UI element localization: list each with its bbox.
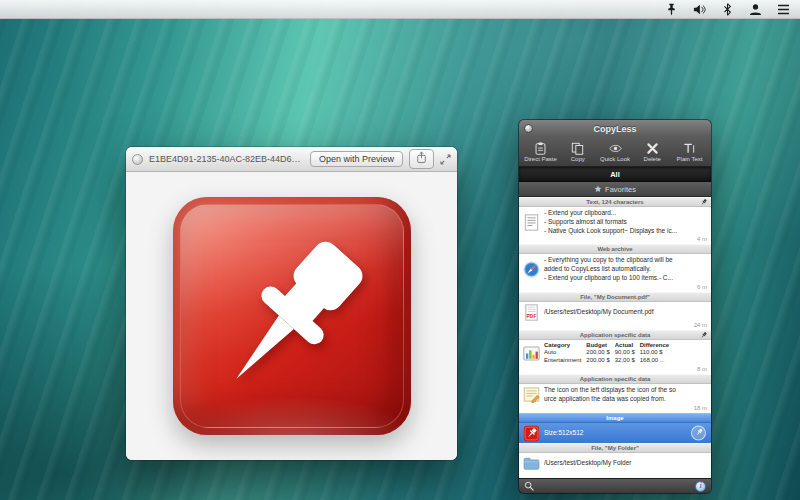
toolbar-button-label: Plain Text — [677, 156, 703, 162]
clipboard-list: Text, 124 characters- Extend your clipbo… — [519, 197, 711, 478]
copy-icon — [571, 142, 584, 155]
desktop: E1BE4D91-2135-40AC-82EB-44D65B... Open w… — [0, 0, 800, 500]
share-icon — [416, 151, 427, 167]
item-text: - Extend your clipboard...- Supports alm… — [544, 209, 707, 235]
false: All — [610, 170, 620, 179]
item-header: File, "My Folder" — [519, 443, 711, 453]
pin-action-button[interactable] — [691, 425, 706, 440]
direct-paste-icon — [534, 142, 547, 155]
fullscreen-icon[interactable] — [440, 154, 451, 165]
status-bar: i — [519, 478, 711, 493]
false: Favorites — [605, 185, 636, 194]
item-text: The icon on the left displays the icon o… — [544, 386, 707, 404]
item-header: Text, 124 characters — [519, 197, 711, 207]
note-icon — [523, 386, 540, 403]
item-text: CategoryBudgetActualDifferenceAuto200,00… — [544, 342, 707, 365]
item-body: /Users/test/Desktop/My Folder — [519, 453, 711, 473]
quick-look-icon — [609, 142, 622, 155]
pin-icon[interactable] — [665, 3, 678, 16]
pdf-icon: PDF — [523, 304, 540, 321]
list-item[interactable]: Application specific dataThe icon on the… — [519, 374, 711, 413]
budget-table: CategoryBudgetActualDifferenceAuto200,00… — [544, 342, 674, 365]
item-header: Web archive — [519, 244, 711, 254]
safari-icon — [523, 261, 540, 278]
toolbar-button-label: Delete — [644, 156, 661, 162]
tab-all[interactable]: All — [519, 167, 711, 182]
pinned-icon — [699, 331, 708, 340]
text-clipping-icon — [523, 214, 540, 231]
list-item[interactable]: Text, 124 characters- Extend your clipbo… — [519, 197, 711, 244]
quicklook-content — [126, 172, 457, 460]
copy-button[interactable]: Copy — [559, 139, 596, 165]
quicklook-filename: E1BE4D91-2135-40AC-82EB-44D65B... — [149, 154, 304, 164]
item-header: File, "My Document.pdf" — [519, 292, 711, 302]
tab-favorites[interactable]: Favorites — [519, 182, 711, 197]
item-header-label: Application specific data — [580, 332, 651, 338]
item-timestamp: 4 m — [519, 236, 711, 244]
list-item[interactable]: ImageSize:512x512 — [519, 413, 711, 443]
list-icon[interactable] — [777, 3, 790, 16]
close-button[interactable] — [524, 124, 533, 133]
item-header-label: File, "My Document.pdf" — [580, 294, 650, 300]
list-item[interactable]: Application specific dataCategoryBudgetA… — [519, 330, 711, 374]
item-body: Size:512x512 — [519, 423, 711, 443]
pinned-icon — [699, 198, 708, 207]
copyless-pin-icon — [523, 425, 540, 442]
pushpin-icon — [191, 215, 393, 417]
list-item[interactable]: File, "My Document.pdf"PDF/Users/test/De… — [519, 292, 711, 330]
star-icon — [594, 185, 602, 193]
item-text: Size:512x512 — [544, 429, 707, 438]
direct-paste-button[interactable]: Direct Paste — [522, 139, 559, 165]
window-title: CopyLess — [593, 124, 636, 134]
copyless-tabs: AllFavorites — [519, 167, 711, 197]
bluetooth-icon[interactable] — [721, 3, 734, 16]
item-timestamp: 24 m — [519, 322, 711, 330]
toolbar-button-label: Direct Paste — [524, 156, 557, 162]
user-icon[interactable] — [749, 3, 762, 16]
item-timestamp: 18 m — [519, 405, 711, 413]
share-button[interactable] — [409, 149, 434, 169]
item-timestamp: 8 m — [519, 366, 711, 374]
item-body: CategoryBudgetActualDifferenceAuto200,00… — [519, 340, 711, 366]
svg-text:PDF: PDF — [527, 314, 537, 319]
item-header-label: Web archive — [597, 246, 632, 252]
chart-icon — [523, 345, 540, 362]
quick-look-button[interactable]: Quick Look — [597, 139, 634, 165]
item-header: Application specific data — [519, 330, 711, 340]
volume-icon[interactable] — [693, 3, 706, 16]
item-header-label: Application specific data — [580, 376, 651, 382]
menubar-status-icons — [665, 3, 800, 16]
copyless-toolbar: Direct PasteCopyQuick LookDeletePlain Te… — [519, 137, 711, 167]
list-item[interactable]: Web archive- Everything you copy to the … — [519, 244, 711, 291]
open-with-preview-button[interactable]: Open with Preview — [310, 151, 403, 167]
item-header: Application specific data — [519, 374, 711, 384]
folder-icon — [523, 455, 540, 472]
copyless-titlebar[interactable]: CopyLess — [519, 120, 711, 137]
item-header-label: Text, 124 characters — [586, 199, 643, 205]
copyless-app-icon — [173, 197, 411, 435]
item-text: - Everything you copy to the clipboard w… — [544, 256, 707, 282]
search-icon[interactable] — [524, 481, 534, 491]
close-button[interactable] — [132, 154, 143, 165]
list-item[interactable]: File, "My Folder"/Users/test/Desktop/My … — [519, 443, 711, 473]
info-button[interactable]: i — [695, 481, 706, 492]
quicklook-window: E1BE4D91-2135-40AC-82EB-44D65B... Open w… — [126, 147, 457, 460]
plain-text-button[interactable]: Plain Text — [671, 139, 708, 165]
item-body: The icon on the left displays the icon o… — [519, 384, 711, 405]
menu-bar — [0, 0, 800, 19]
plain-text-icon — [683, 142, 696, 155]
copyless-window: CopyLess Direct PasteCopyQuick LookDelet… — [519, 120, 711, 493]
item-body: - Everything you copy to the clipboard w… — [519, 254, 711, 283]
quicklook-titlebar[interactable]: E1BE4D91-2135-40AC-82EB-44D65B... Open w… — [126, 147, 457, 172]
item-body: - Extend your clipboard...- Supports alm… — [519, 207, 711, 236]
delete-icon — [646, 142, 659, 155]
item-body: PDF/Users/test/Desktop/My Document.pdf — [519, 302, 711, 322]
delete-button[interactable]: Delete — [634, 139, 671, 165]
item-timestamp: 6 m — [519, 284, 711, 292]
item-text: /Users/test/Desktop/My Document.pdf — [544, 308, 707, 317]
item-text: /Users/test/Desktop/My Folder — [544, 459, 707, 468]
toolbar-button-label: Copy — [571, 156, 585, 162]
item-header-label: Image — [606, 415, 623, 421]
item-header: Image — [519, 413, 711, 423]
item-header-label: File, "My Folder" — [591, 445, 639, 451]
